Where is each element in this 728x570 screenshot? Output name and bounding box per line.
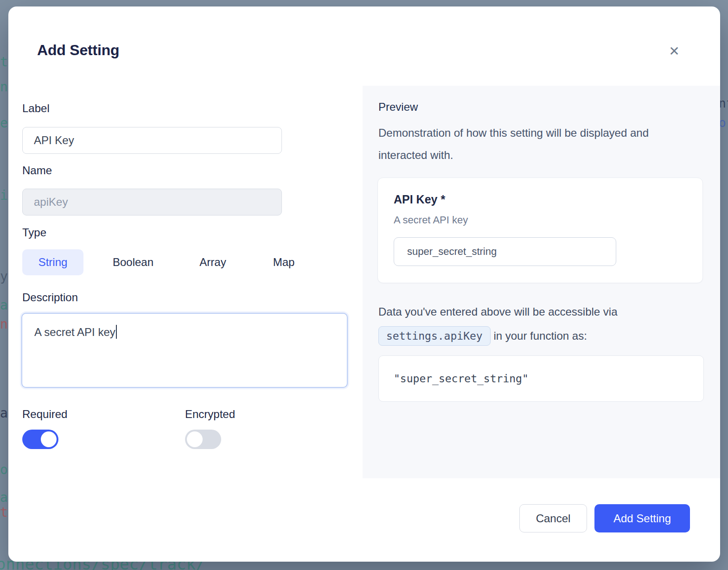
settings-key-chip: settings.apiKey: [378, 326, 491, 346]
access-description: Data you've entered above will be access…: [378, 300, 680, 348]
add-setting-dialog: Add Setting ✕ Label Name Type String Boo…: [8, 6, 720, 562]
preview-heading: Preview: [378, 101, 418, 114]
dialog-title: Add Setting: [37, 42, 119, 59]
required-label: Required: [22, 408, 67, 421]
tab-boolean[interactable]: Boolean: [96, 249, 170, 275]
description-textarea[interactable]: A secret API key: [21, 313, 348, 388]
screen: tngetityan/agocathnforonnections/spec/tr…: [0, 0, 728, 570]
close-icon[interactable]: ✕: [663, 40, 685, 62]
description-text: A secret API key: [34, 326, 115, 338]
encrypted-label: Encrypted: [185, 408, 235, 421]
preview-setting-input[interactable]: [394, 237, 616, 266]
toggle-knob: [187, 431, 203, 447]
toggle-knob: [41, 431, 57, 447]
code-output-box: "super_secret_string": [378, 355, 704, 402]
code-fragment: a: [0, 491, 8, 504]
name-field-label: Name: [22, 164, 52, 177]
preview-setting-title: API Key *: [394, 193, 445, 206]
label-field-label: Label: [22, 102, 50, 115]
code-fragment: t: [0, 56, 8, 69]
text-cursor: [116, 325, 117, 339]
encrypted-toggle[interactable]: [185, 430, 221, 449]
preview-setting-card: API Key * A secret API key: [377, 177, 703, 283]
tab-array[interactable]: Array: [183, 249, 243, 275]
cancel-button[interactable]: Cancel: [519, 504, 587, 532]
label-input[interactable]: [22, 127, 282, 154]
code-output-value: "super_secret_string": [394, 373, 529, 385]
preview-panel: Preview Demonstration of how this settin…: [363, 86, 720, 478]
description-field-label: Description: [22, 291, 78, 304]
add-setting-button[interactable]: Add Setting: [594, 504, 690, 532]
type-tabs: String Boolean Array Map: [22, 249, 312, 275]
code-fragment: or: [719, 117, 728, 129]
code-fragment: nf: [719, 97, 728, 109]
type-field-label: Type: [22, 226, 46, 240]
tab-string[interactable]: String: [22, 249, 83, 275]
preview-setting-description: A secret API key: [394, 214, 468, 226]
name-input: [22, 189, 282, 215]
code-fragment: y: [0, 270, 8, 283]
required-toggle[interactable]: [22, 430, 58, 449]
code-fragment: a: [0, 299, 8, 312]
access-text-after: in your function as:: [491, 329, 587, 342]
access-text-before: Data you've entered above will be access…: [378, 305, 618, 318]
preview-subheading: Demonstration of how this setting will b…: [378, 122, 694, 166]
tab-map[interactable]: Map: [256, 249, 312, 275]
